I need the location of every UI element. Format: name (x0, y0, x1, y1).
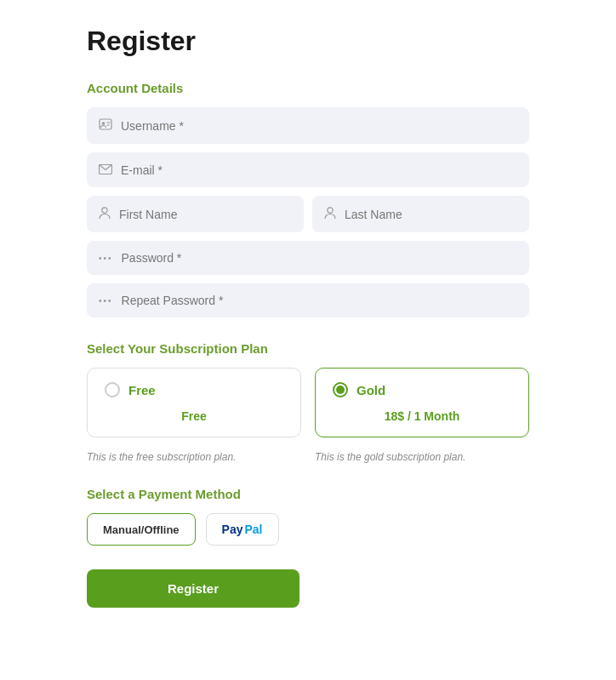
first-name-input-group (87, 196, 304, 232)
gold-plan-price: 18$ / 1 Month (333, 409, 511, 423)
gold-plan-radio-inner (336, 386, 345, 394)
free-plan-card[interactable]: Free Free (87, 368, 301, 437)
account-details-label: Account Details (87, 81, 529, 95)
paypal-p1: Pay (222, 523, 243, 536)
svg-rect-0 (100, 119, 111, 129)
payment-buttons: Manual/Offline PayPal (87, 513, 529, 546)
free-plan-description: This is the free subscription plan. (87, 444, 301, 463)
gold-plan-description: This is the gold subscription plan. (315, 444, 529, 463)
email-input-group (87, 152, 529, 187)
free-plan-desc-text: This is the free subscription plan. (87, 451, 301, 463)
person-icon-first (99, 206, 111, 222)
email-input[interactable] (121, 163, 517, 177)
person-icon-last (324, 206, 336, 222)
manual-payment-label: Manual/Offline (103, 523, 180, 536)
paypal-p2: Pal (244, 523, 262, 536)
free-plan-name: Free (128, 383, 156, 397)
first-name-input[interactable] (119, 208, 292, 221)
subscription-label: Select Your Subscription Plan (87, 341, 529, 356)
repeat-password-input-group: ••• (87, 283, 529, 317)
subscription-section: Select Your Subscription Plan Free Free … (87, 341, 529, 463)
page-title: Register (87, 26, 529, 57)
gold-plan-name: Gold (356, 383, 385, 397)
plan-cards: Free Free Gold 18$ / 1 Month (87, 368, 529, 437)
password-input[interactable] (122, 251, 517, 265)
gold-plan-desc-text: This is the gold subscription plan. (315, 451, 529, 463)
repeat-password-input[interactable] (122, 294, 517, 307)
free-plan-header: Free (105, 382, 283, 397)
envelope-icon (99, 163, 112, 177)
svg-point-6 (328, 208, 333, 213)
plan-descriptions: This is the free subscription plan. This… (87, 444, 529, 463)
password-dots-icon: ••• (99, 254, 113, 263)
password-input-group: ••• (87, 241, 529, 275)
payment-label: Select a Payment Method (87, 487, 529, 501)
gold-plan-radio[interactable] (333, 382, 348, 397)
username-input[interactable] (121, 119, 517, 133)
free-plan-price: Free (105, 409, 283, 423)
username-input-group (87, 107, 529, 144)
payment-section: Select a Payment Method Manual/Offline P… (87, 487, 529, 546)
paypal-logo: PayPal (222, 523, 263, 536)
account-details-section: Account Details (87, 81, 529, 317)
last-name-input[interactable] (345, 208, 517, 221)
paypal-payment-button[interactable]: PayPal (206, 513, 279, 546)
manual-payment-button[interactable]: Manual/Offline (87, 513, 196, 546)
gold-plan-header: Gold (333, 382, 511, 397)
register-button[interactable]: Register (87, 569, 299, 608)
repeat-password-dots-icon: ••• (99, 296, 113, 306)
last-name-input-group (312, 196, 529, 232)
name-row (87, 196, 529, 241)
svg-point-5 (102, 208, 107, 213)
free-plan-radio[interactable] (105, 382, 120, 397)
user-card-icon (99, 117, 112, 134)
page-container: Register Account Details (87, 26, 529, 654)
svg-point-1 (102, 122, 106, 125)
gold-plan-card[interactable]: Gold 18$ / 1 Month (315, 368, 529, 437)
